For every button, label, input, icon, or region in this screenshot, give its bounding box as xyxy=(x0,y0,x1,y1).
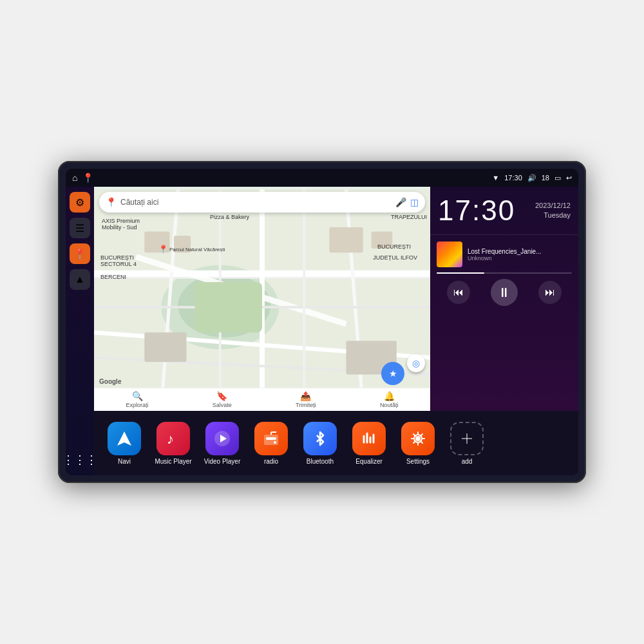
content-area: AXIS PremiumMobility - Sud Pizza & Baker… xyxy=(94,187,578,475)
radio-label: radio xyxy=(264,458,278,465)
map-nav-explore[interactable]: 🔍 Explorați xyxy=(126,391,149,408)
google-maps-icon: 📍 xyxy=(106,197,117,207)
mic-icon[interactable]: 🎤 xyxy=(395,197,406,207)
app-bluetooth[interactable]: Bluetooth xyxy=(298,422,343,465)
app-add[interactable]: add xyxy=(444,422,489,465)
app-radio[interactable]: radio xyxy=(249,422,294,465)
svg-rect-17 xyxy=(329,227,363,252)
add-icon-bg xyxy=(450,422,484,455)
volume-icon: 🔊 xyxy=(527,174,536,182)
status-bar: ⌂ 📍 ▼ 17:30 🔊 18 ▭ ↩ xyxy=(66,169,578,187)
app-equalizer[interactable]: Equalizer xyxy=(346,422,392,465)
music-icon-bg: ♪ xyxy=(156,422,190,455)
album-art xyxy=(437,242,462,267)
right-panel: 17:30 2023/12/12 Tuesday xyxy=(430,187,578,411)
navi-label: Navi xyxy=(118,458,131,465)
music-info: Lost Frequencies_Janie... Unknown xyxy=(437,242,572,267)
car-display-device: ⌂ 📍 ▼ 17:30 🔊 18 ▭ ↩ ⚙ ☰ 📍 ▲ ⋮⋮⋮ xyxy=(58,161,586,483)
video-player-label: Video Player xyxy=(204,458,241,465)
sidebar-menu-button[interactable]: ☰ xyxy=(70,218,90,238)
music-title: Lost Frequencies_Janie... xyxy=(468,248,572,255)
settings-label: Settings xyxy=(406,458,430,465)
status-right: ▼ 17:30 🔊 18 ▭ ↩ xyxy=(492,174,572,182)
battery-icon: ▭ xyxy=(554,174,561,182)
svg-rect-19 xyxy=(144,332,186,362)
map-search-bar[interactable]: 📍 Căutați aici 🎤 ◫ xyxy=(99,192,425,213)
sidebar-settings-button[interactable]: ⚙ xyxy=(70,192,90,213)
poi-park-label: Parcul Natural Văcărești xyxy=(169,247,225,252)
sidebar-grid-button[interactable]: ⋮⋮⋮ xyxy=(70,450,90,470)
progress-bar[interactable] xyxy=(437,272,572,274)
next-button[interactable]: ⏭ xyxy=(538,281,562,304)
svg-point-34 xyxy=(415,436,421,441)
map-label-trap: TRAPEZULUI xyxy=(391,214,427,220)
map-nav-send[interactable]: 📤 Trimiteți xyxy=(296,391,316,408)
music-artist: Unknown xyxy=(468,255,572,261)
map-nav-news[interactable]: 🔔 Noutăți xyxy=(380,391,399,408)
app-navi[interactable]: Navi xyxy=(102,422,147,465)
album-art-image xyxy=(437,242,462,267)
clock-date: 2023/12/12 Tuesday xyxy=(535,201,571,221)
navigate-button[interactable]: ★ xyxy=(381,362,404,385)
app-settings[interactable]: Settings xyxy=(395,422,440,465)
music-section: Lost Frequencies_Janie... Unknown ⏮ ⏸ ⏭ xyxy=(430,235,578,411)
clock-date-value: 2023/12/12 xyxy=(535,201,571,211)
status-time: 17:30 xyxy=(504,174,522,182)
bt-icon-bg xyxy=(303,422,337,455)
map-label-pizza: Pizza & Bakery xyxy=(210,214,249,220)
clock-day: Tuesday xyxy=(535,211,571,220)
bluetooth-label: Bluetooth xyxy=(307,458,334,465)
location-button[interactable]: ◎ xyxy=(407,354,425,372)
map-label-berceni: BERCENI xyxy=(100,274,126,280)
main-area: ⚙ ☰ 📍 ▲ ⋮⋮⋮ xyxy=(66,187,578,475)
clock-time: 17:30 xyxy=(438,194,515,227)
layers-icon[interactable]: ◫ xyxy=(410,197,419,207)
map-nav-saved[interactable]: 🔖 Salvate xyxy=(213,391,232,408)
wifi-icon: ▼ xyxy=(492,174,499,182)
eq-icon-bg xyxy=(352,422,386,455)
send-icon: 📤 xyxy=(300,391,311,401)
map-label-sector: BUCUREȘTISECTORUL 4 xyxy=(100,254,137,267)
navi-icon-bg xyxy=(108,422,141,455)
map-label-ilfov: JUDEȚUL ILFOV xyxy=(373,254,417,261)
app-video-player[interactable]: Video Player xyxy=(200,422,245,465)
sidebar-maps-button[interactable]: 📍 xyxy=(70,243,90,264)
map-search-text: Căutați aici xyxy=(120,198,392,207)
music-controls: ⏮ ⏸ ⏭ xyxy=(437,279,572,306)
map-bottom-nav: 🔍 Explorați 🔖 Salvate 📤 Trimiteți xyxy=(94,388,430,411)
map-poi-park: 📍 Parcul Natural Văcărești xyxy=(158,245,225,254)
radio-icon-bg xyxy=(254,422,288,455)
prev-button[interactable]: ⏮ xyxy=(447,281,470,304)
progress-fill xyxy=(437,272,484,274)
music-player-label: Music Player xyxy=(155,458,191,465)
music-text: Lost Frequencies_Janie... Unknown xyxy=(468,248,572,261)
svg-rect-28 xyxy=(266,437,276,440)
map-label-axis: AXIS PremiumMobility - Sud xyxy=(102,218,140,231)
saved-icon: 🔖 xyxy=(216,391,227,401)
svg-point-29 xyxy=(274,441,276,444)
sidebar: ⚙ ☰ 📍 ▲ ⋮⋮⋮ xyxy=(66,187,94,475)
add-label: add xyxy=(462,458,473,465)
send-label: Trimiteți xyxy=(296,402,316,408)
signal-strength: 18 xyxy=(542,174,549,182)
home-icon[interactable]: ⌂ xyxy=(72,173,77,183)
location-icon[interactable]: 📍 xyxy=(82,173,93,183)
equalizer-label: Equalizer xyxy=(355,458,383,465)
status-left: ⌂ 📍 xyxy=(72,173,93,183)
sidebar-nav-button[interactable]: ▲ xyxy=(70,269,90,290)
map-label-buc: BUCUREȘTI xyxy=(377,243,411,250)
svg-rect-14 xyxy=(195,282,262,332)
pause-button[interactable]: ⏸ xyxy=(491,279,518,306)
explore-label: Explorați xyxy=(126,402,149,408)
news-label: Noutăți xyxy=(380,402,399,408)
svg-marker-21 xyxy=(117,431,131,446)
back-icon[interactable]: ↩ xyxy=(566,174,572,182)
app-music-player[interactable]: ♪ Music Player xyxy=(151,422,196,465)
poi-pin-icon: 📍 xyxy=(158,245,168,254)
news-icon: 🔔 xyxy=(384,391,395,401)
explore-icon: 🔍 xyxy=(132,391,143,401)
video-icon-bg xyxy=(205,422,239,455)
screen: ⌂ 📍 ▼ 17:30 🔊 18 ▭ ↩ ⚙ ☰ 📍 ▲ ⋮⋮⋮ xyxy=(66,169,578,475)
map-container[interactable]: AXIS PremiumMobility - Sud Pizza & Baker… xyxy=(94,187,430,411)
settings-icon-bg xyxy=(401,422,435,455)
